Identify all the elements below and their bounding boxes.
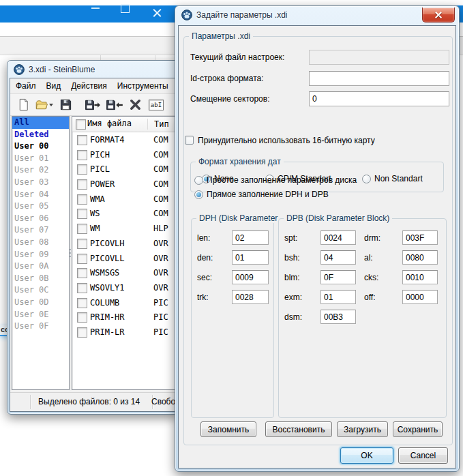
rename-button[interactable]: abI <box>147 96 166 114</box>
file-checkbox[interactable] <box>77 164 87 175</box>
hex-field-input[interactable] <box>232 270 269 284</box>
id-format-input[interactable] <box>309 71 449 86</box>
file-row[interactable]: PRIM-HRPIC <box>72 310 175 325</box>
file-name: WM <box>90 224 100 233</box>
user-list-item[interactable]: User 0A <box>12 261 69 273</box>
menu-item-1[interactable]: Вид <box>46 81 61 91</box>
maximize-icon[interactable] <box>121 4 130 13</box>
file-type: COM <box>153 179 168 189</box>
hex-field-input[interactable] <box>320 230 356 245</box>
file-checkbox[interactable] <box>77 194 87 205</box>
hex-field-input[interactable] <box>232 250 269 265</box>
hex-field-label: spt: <box>284 233 297 243</box>
select-all-checkbox[interactable] <box>76 119 86 130</box>
file-row[interactable]: PICOVLHOVR <box>72 236 175 251</box>
delete-button[interactable] <box>125 96 145 114</box>
file-checkbox[interactable] <box>77 239 87 249</box>
file-checkbox[interactable] <box>77 327 87 338</box>
file-row[interactable]: WSCOM <box>72 206 175 221</box>
file-row[interactable]: WMACOM <box>72 192 175 207</box>
file-row[interactable]: COLUMBPIC <box>72 295 175 310</box>
save-button[interactable] <box>56 96 75 114</box>
user-list-item[interactable]: User 08 <box>12 237 69 249</box>
fill-mode-radio[interactable] <box>194 190 203 199</box>
ok-button[interactable]: OK <box>340 447 393 464</box>
main-window-client: ФайлВидДействияИнструменты abIrsa AllDel… <box>10 78 176 412</box>
file-checkbox[interactable] <box>77 224 87 234</box>
remember-button[interactable]: Запомнить <box>200 421 256 437</box>
user-list-item[interactable]: User 07 <box>12 224 69 237</box>
export-to-disk-button[interactable] <box>83 96 102 114</box>
menu-item-0[interactable]: Файл <box>16 81 36 91</box>
hex-field-input[interactable] <box>402 290 438 304</box>
user-list-item[interactable]: User 01 <box>12 153 69 165</box>
user-list-item[interactable]: Deleted <box>12 129 69 141</box>
user-list-item[interactable]: User 0B <box>12 273 69 285</box>
main-window-titlebar[interactable]: 3.xdi - SteinBlume <box>8 61 178 78</box>
column-header-type[interactable]: Тип <box>147 119 169 130</box>
load-button[interactable]: Загрузить <box>337 421 388 437</box>
file-row[interactable]: PICLCOM <box>72 162 175 177</box>
hex-field-input[interactable] <box>320 290 356 304</box>
user-list-item[interactable]: User 0E <box>12 309 69 321</box>
file-name: WSOVLY1 <box>90 283 125 293</box>
user-list-item[interactable]: User 03 <box>12 177 69 189</box>
open-dropdown-caret[interactable] <box>49 104 53 106</box>
file-checkbox[interactable] <box>77 179 87 190</box>
user-list-item[interactable]: User 09 <box>12 249 69 261</box>
user-list-item[interactable]: User 0C <box>12 284 69 297</box>
fill-mode-radio[interactable] <box>194 176 203 185</box>
file-row[interactable]: WSOVLY1OVR <box>72 280 175 295</box>
file-checkbox[interactable] <box>77 283 87 293</box>
file-row[interactable]: FORMAT4COM <box>72 132 175 147</box>
file-checkbox[interactable] <box>77 254 87 264</box>
file-row[interactable]: PICHCOM <box>72 147 175 162</box>
file-row[interactable]: POWERCOM <box>72 177 175 192</box>
dialog-titlebar[interactable]: Задайте параметры .xdi <box>175 6 459 24</box>
minimize-icon[interactable] <box>91 8 100 9</box>
file-checkbox[interactable] <box>77 312 87 323</box>
file-checkbox[interactable] <box>77 135 87 145</box>
new-document-button[interactable] <box>14 96 33 114</box>
restore-button[interactable]: Восстановить <box>265 421 332 437</box>
user-list-item[interactable]: User 0F <box>12 321 69 333</box>
force-16bit-checkbox[interactable] <box>185 136 194 145</box>
close-icon[interactable] <box>152 8 162 18</box>
menu-item-2[interactable]: Действия <box>71 81 107 91</box>
file-row[interactable]: WMHLP <box>72 221 175 236</box>
file-row[interactable]: WSMSGSOVR <box>72 265 175 280</box>
user-list-item[interactable]: User 06 <box>12 213 69 225</box>
date-format-radio[interactable] <box>362 175 371 183</box>
menu-item-3[interactable]: Инструменты <box>117 81 168 91</box>
current-settings-file-input[interactable] <box>309 50 449 65</box>
export-floppy-icon <box>85 98 102 111</box>
file-checkbox[interactable] <box>77 150 87 160</box>
hex-field-input[interactable] <box>232 290 269 304</box>
hex-field-input[interactable] <box>320 310 356 324</box>
import-from-disk-button[interactable] <box>104 96 123 114</box>
hex-field-input[interactable] <box>320 250 356 265</box>
file-checkbox[interactable] <box>77 268 87 278</box>
hex-field-input[interactable] <box>232 230 269 245</box>
user-list-item[interactable]: User 00 <box>12 140 69 153</box>
cancel-button[interactable]: Cancel <box>398 447 448 464</box>
user-list-item[interactable]: User 05 <box>12 200 69 213</box>
user-list-item[interactable]: All <box>12 117 69 129</box>
hex-field-label: sec: <box>197 273 212 282</box>
hex-field-input[interactable] <box>402 250 438 265</box>
dialog-close-button[interactable] <box>422 8 455 23</box>
file-checkbox[interactable] <box>77 298 87 308</box>
user-list-item[interactable]: User 04 <box>12 189 69 201</box>
column-header-name[interactable]: Имя файла <box>87 119 132 128</box>
file-row[interactable]: PRIM-LRPIC <box>72 325 175 340</box>
hex-field-input[interactable] <box>320 270 356 284</box>
hex-field-input[interactable] <box>402 230 438 245</box>
file-checkbox[interactable] <box>77 209 87 219</box>
save-params-button[interactable]: Сохранить <box>393 421 443 437</box>
file-row[interactable]: PICOVLLOVR <box>72 251 175 266</box>
sector-offset-input[interactable] <box>309 91 449 106</box>
open-button[interactable] <box>35 96 54 114</box>
user-list-item[interactable]: User 0D <box>12 297 69 309</box>
user-list-item[interactable]: User 02 <box>12 164 69 177</box>
hex-field-input[interactable] <box>402 270 438 284</box>
